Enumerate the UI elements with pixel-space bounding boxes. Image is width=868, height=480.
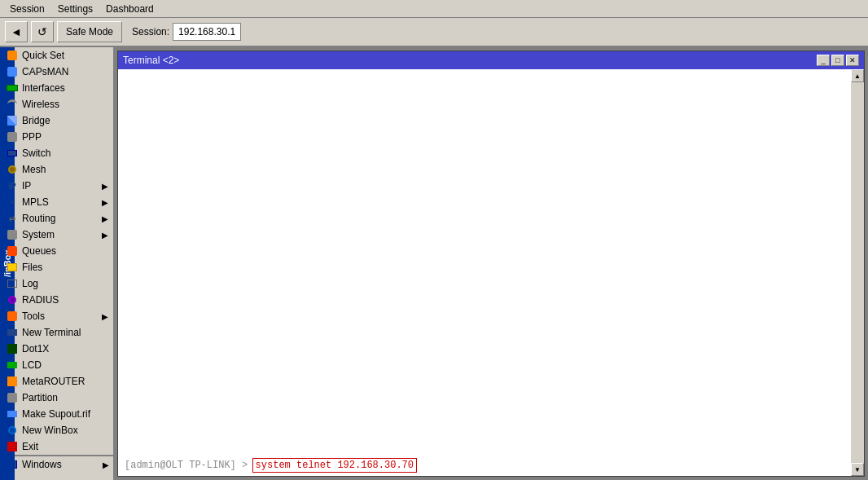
sidebar-item-new-winbox[interactable]: New WinBox [0, 422, 113, 438]
sidebar-item-bridge[interactable]: Bridge [0, 112, 113, 129]
partition-icon [7, 392, 18, 403]
routing-arrow: ▶ [102, 214, 108, 223]
sidebar-item-lcd[interactable]: LCD [0, 357, 113, 373]
sidebar-item-routing[interactable]: ⇄ Routing ▶ [0, 210, 113, 227]
terminal-input-area: [admin@OLT TP-LINK] > system telnet 192.… [118, 455, 851, 476]
sidebar-item-partition[interactable]: Partition [0, 390, 113, 406]
sidebar-item-files[interactable]: Files [0, 259, 113, 275]
system-arrow: ▶ [102, 231, 108, 240]
menu-session[interactable]: Session [3, 2, 51, 16]
sidebar-item-queues[interactable]: Queues [0, 243, 113, 259]
refresh-button[interactable]: ↺ [31, 21, 54, 42]
terminal-title: Terminal <2> [123, 55, 179, 66]
terminal-area: Terminal <2> _ □ ✕ ▲ ▼ [admin@OLT TP-LIN… [114, 47, 868, 480]
terminal-scrollbar: ▲ ▼ [851, 69, 864, 476]
files-icon [7, 262, 18, 273]
system-icon [7, 229, 18, 240]
sidebar-item-wireless[interactable]: Wireless [0, 96, 113, 112]
quick-set-icon [7, 50, 18, 61]
scrollbar-up-button[interactable]: ▲ [851, 69, 864, 82]
sidebar-bottom: Windows ▶ [0, 455, 113, 473]
new-winbox-icon [7, 425, 18, 436]
lcd-icon [7, 359, 18, 371]
sidebar-item-system[interactable]: System ▶ [0, 227, 113, 243]
scrollbar-down-button[interactable]: ▼ [851, 463, 864, 476]
dot1x-icon [7, 343, 18, 354]
terminal-maximize-button[interactable]: □ [831, 55, 844, 66]
bridge-icon [7, 115, 18, 126]
terminal-window: Terminal <2> _ □ ✕ ▲ ▼ [admin@OLT TP-LIN… [117, 51, 865, 477]
sidebar: Quick Set CAPsMAN Interfaces Wireless Br… [0, 47, 114, 480]
terminal-titlebar: Terminal <2> _ □ ✕ [118, 51, 864, 69]
sidebar-item-mesh[interactable]: Mesh [0, 161, 113, 178]
sidebar-item-log[interactable]: Log [0, 275, 113, 292]
terminal-close-button[interactable]: ✕ [846, 55, 859, 66]
session-ip: 192.168.30.1 [173, 23, 241, 41]
sidebar-item-mpls[interactable]: ≡ MPLS ▶ [0, 194, 113, 210]
switch-icon [7, 148, 18, 159]
mesh-icon [7, 164, 18, 175]
sidebar-item-dot1x[interactable]: Dot1X [0, 341, 113, 357]
sidebar-item-new-terminal[interactable]: New Terminal [0, 324, 113, 341]
metarouter-icon [7, 376, 18, 387]
back-button[interactable]: ◄ [5, 21, 28, 42]
main-content: /inBox Quick Set CAPsMAN Interfaces Wire… [0, 47, 868, 480]
interfaces-icon [7, 82, 18, 94]
tools-icon [7, 310, 18, 322]
make-supout-icon [7, 408, 18, 420]
mpls-arrow: ▶ [102, 198, 108, 207]
tools-arrow: ▶ [102, 312, 108, 321]
sidebar-wrapper: /inBox Quick Set CAPsMAN Interfaces Wire… [0, 47, 114, 480]
sidebar-item-tools[interactable]: Tools ▶ [0, 308, 113, 324]
menu-bar: Session Settings Dashboard [0, 0, 868, 18]
menu-dashboard[interactable]: Dashboard [99, 2, 160, 16]
sidebar-item-switch[interactable]: Switch [0, 145, 113, 161]
toolbar: ◄ ↺ Safe Mode Session: 192.168.30.1 [0, 18, 868, 47]
sidebar-item-interfaces[interactable]: Interfaces [0, 80, 113, 96]
terminal-controls: _ □ ✕ [817, 55, 859, 66]
exit-icon [7, 441, 18, 452]
terminal-command[interactable]: system telnet 192.168.30.70 [252, 458, 417, 473]
routing-icon: ⇄ [7, 213, 18, 224]
wireless-icon [7, 99, 18, 110]
sidebar-item-exit[interactable]: Exit [0, 438, 113, 455]
sidebar-item-radius[interactable]: RADIUS [0, 292, 113, 308]
sidebar-item-quick-set[interactable]: Quick Set [0, 47, 113, 64]
terminal-content: ▲ ▼ [admin@OLT TP-LINK] > system telnet … [118, 69, 864, 476]
ppp-icon [7, 131, 18, 143]
mpls-icon: ≡ [7, 196, 18, 208]
sidebar-item-make-supout[interactable]: Make Supout.rif [0, 406, 113, 422]
sidebar-item-ip[interactable]: IP IP ▶ [0, 178, 113, 194]
sidebar-item-windows[interactable]: Windows ▶ [0, 456, 113, 473]
windows-arrow: ▶ [103, 460, 109, 469]
terminal-minimize-button[interactable]: _ [817, 55, 830, 66]
queues-icon [7, 245, 18, 257]
sidebar-item-metarouter[interactable]: MetaROUTER [0, 373, 113, 390]
safe-mode-button[interactable]: Safe Mode [57, 21, 122, 42]
ip-icon: IP [7, 180, 18, 192]
sidebar-item-capsman[interactable]: CAPsMAN [0, 64, 113, 80]
scrollbar-track[interactable] [851, 82, 864, 463]
sidebar-item-ppp[interactable]: PPP [0, 129, 113, 145]
session-label: Session: [132, 26, 169, 37]
new-terminal-icon [7, 327, 18, 338]
terminal-prompt: [admin@OLT TP-LINK] > [125, 460, 248, 471]
log-icon [7, 278, 18, 289]
ip-arrow: ▶ [102, 182, 108, 191]
menu-settings[interactable]: Settings [51, 2, 99, 16]
capsman-icon [7, 66, 18, 77]
radius-icon [7, 294, 18, 306]
